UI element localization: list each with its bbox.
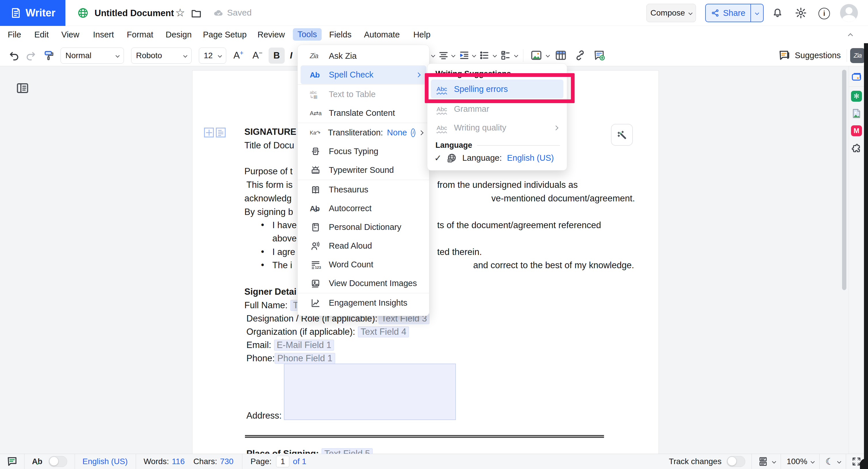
menu-design[interactable]: Design xyxy=(166,30,192,39)
chevron-down-icon[interactable] xyxy=(472,53,476,57)
chevron-down-icon[interactable] xyxy=(811,460,815,464)
smart-compose-button[interactable] xyxy=(611,124,633,146)
writing-quality-icon: Abc xyxy=(437,124,447,131)
organization-label: Organization (if applicable): xyxy=(246,327,355,337)
organization-field[interactable]: Text Field 4 xyxy=(358,326,409,337)
suggestions-button[interactable]: Suggestions xyxy=(778,49,841,61)
menu-page-setup[interactable]: Page Setup xyxy=(203,30,247,39)
folder-icon[interactable] xyxy=(191,8,202,19)
collapse-toolbar-icon[interactable] xyxy=(848,33,853,38)
scrollbar[interactable] xyxy=(842,70,846,290)
doc-line: acknowledg xyxy=(244,193,292,204)
zoom-value[interactable]: 100% xyxy=(787,457,807,466)
address-field[interactable] xyxy=(284,364,456,420)
add-comment-icon[interactable] xyxy=(593,49,605,61)
format-painter-icon[interactable] xyxy=(43,50,55,61)
submenu-item-language[interactable]: ✓ Language: English (US) xyxy=(431,149,563,167)
menu-item-translate-content[interactable]: A⇄a Translate Content xyxy=(298,104,429,122)
comments-icon[interactable] xyxy=(6,456,18,467)
menu-review[interactable]: Review xyxy=(257,30,285,39)
align-icon[interactable] xyxy=(438,50,449,61)
menu-edit[interactable]: Edit xyxy=(34,30,49,39)
writer-logo[interactable]: Writer xyxy=(0,0,65,26)
document-outline-icon[interactable] xyxy=(16,83,29,94)
fields-panel-icon[interactable] xyxy=(851,71,862,83)
menu-item-personal-dictionary[interactable]: Personal Dictionary xyxy=(298,218,429,237)
track-changes-toggle[interactable] xyxy=(727,456,745,467)
decrease-font-icon[interactable]: A− xyxy=(252,49,262,61)
menu-item-thesaurus[interactable]: Thesaurus xyxy=(298,180,429,199)
menu-help[interactable]: Help xyxy=(413,30,431,39)
insert-link-icon[interactable] xyxy=(574,49,586,61)
chatgpt-icon[interactable]: ✻ xyxy=(851,91,862,102)
chevron-down-icon[interactable] xyxy=(514,53,518,57)
checkbox-list-icon[interactable] xyxy=(500,50,511,61)
menu-item-transliteration[interactable]: Ka↷ Transliteration: None i xyxy=(298,123,429,142)
phone-field[interactable]: Phone Field 1 xyxy=(275,353,335,364)
bullet-list-icon[interactable] xyxy=(479,50,490,61)
share-icon xyxy=(711,9,720,17)
chevron-down-icon[interactable] xyxy=(772,460,776,464)
menu-format[interactable]: Format xyxy=(127,30,153,39)
menu-item-focus-typing[interactable]: Focus Typing xyxy=(298,142,429,161)
menu-insert[interactable]: Insert xyxy=(93,30,114,39)
doc-title[interactable]: Untitled Document xyxy=(95,8,174,19)
notifications-bell-icon[interactable] xyxy=(772,7,783,19)
bold-button[interactable]: B xyxy=(269,48,285,64)
chevron-down-icon[interactable] xyxy=(493,53,497,57)
menu-item-autocorrect[interactable]: Ab⟳ Autocorrect xyxy=(298,199,429,218)
paragraph-style-select[interactable]: Normal xyxy=(61,48,124,64)
menu-automate[interactable]: Automate xyxy=(364,30,400,39)
chars-value[interactable]: 730 xyxy=(220,457,234,466)
menu-item-engagement-insights[interactable]: Engagement Insights xyxy=(298,293,429,312)
spellcheck-toggle[interactable] xyxy=(49,456,67,467)
menu-item-view-document-images[interactable]: View Document Images xyxy=(298,274,429,293)
words-value[interactable]: 116 xyxy=(172,457,185,466)
chevron-down-icon[interactable] xyxy=(451,53,455,57)
word-count-icon: 123 xyxy=(310,259,321,270)
menu-item-spell-check[interactable]: Ab✓ Spell Check xyxy=(301,65,426,84)
status-language[interactable]: English (US) xyxy=(83,457,128,466)
menu-item-word-count[interactable]: 123 Word Count xyxy=(298,255,429,274)
indent-icon[interactable] xyxy=(459,50,470,61)
page-view-icon[interactable] xyxy=(757,456,769,467)
chevron-down-icon[interactable] xyxy=(546,53,550,57)
info-circle-icon[interactable]: i xyxy=(411,128,415,137)
chevron-down-icon[interactable] xyxy=(837,460,841,464)
avatar[interactable] xyxy=(840,4,858,22)
email-field[interactable]: E-Mail Field 1 xyxy=(274,340,334,351)
increase-font-icon[interactable]: A+ xyxy=(234,49,244,61)
compose-button[interactable]: Compose xyxy=(646,4,696,22)
menu-file[interactable]: File xyxy=(8,30,21,39)
insert-image-icon[interactable] xyxy=(530,49,542,61)
zia-button[interactable]: Zia xyxy=(850,48,865,63)
star-icon[interactable]: ☆ xyxy=(175,6,185,19)
add-element-icon[interactable] xyxy=(204,128,214,137)
menu-item-label: Translate Content xyxy=(329,108,423,118)
image-panel-icon[interactable] xyxy=(851,108,862,119)
paragraph-format-icon[interactable] xyxy=(216,128,226,137)
undo-icon[interactable] xyxy=(9,50,20,61)
font-size-select[interactable]: 12 xyxy=(199,48,226,64)
insert-table-icon[interactable] xyxy=(555,49,567,61)
chevron-down-icon[interactable] xyxy=(431,53,435,57)
menu-item-ask-zia[interactable]: Zia Ask Zia xyxy=(298,47,429,65)
info-icon[interactable]: i xyxy=(818,8,830,19)
extensions-puzzle-icon[interactable] xyxy=(851,144,862,155)
compose-label: Compose xyxy=(650,8,685,18)
redo-icon[interactable] xyxy=(25,50,36,61)
font-family-select[interactable]: Roboto xyxy=(131,48,192,64)
night-mode-moon-icon[interactable]: ☾ xyxy=(825,457,834,466)
page-number-box[interactable]: 1 xyxy=(276,456,289,467)
m-app-icon[interactable]: M xyxy=(851,125,862,136)
menu-tools[interactable]: Tools xyxy=(293,28,321,41)
menu-item-read-aloud[interactable]: Read Aloud xyxy=(298,237,429,255)
menu-view[interactable]: View xyxy=(61,30,79,39)
menu-item-typewriter-sound[interactable]: Typewriter Sound xyxy=(298,161,429,180)
toolbar-divider xyxy=(847,49,847,62)
settings-gear-icon[interactable] xyxy=(795,7,807,19)
italic-button[interactable]: I xyxy=(290,51,292,61)
share-dropdown[interactable] xyxy=(750,4,763,22)
menu-fields[interactable]: Fields xyxy=(329,30,351,39)
share-button[interactable]: Share xyxy=(705,4,764,22)
